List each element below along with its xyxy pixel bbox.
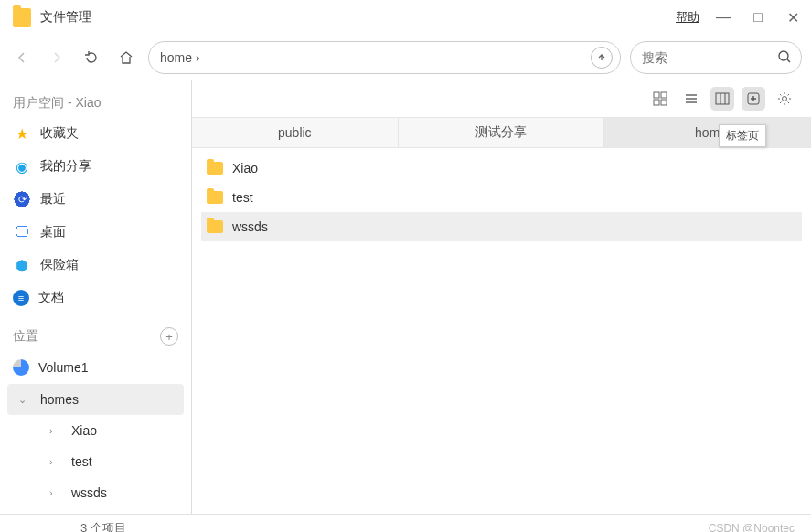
file-row[interactable]: wssds [201,212,802,241]
sidebar-item-documents[interactable]: 文档 [0,282,191,314]
sidebar-item-desktop[interactable]: 🖵桌面 [0,216,191,249]
app-icon [13,8,31,27]
view-list-button[interactable] [679,87,703,111]
file-name: test [232,190,253,205]
maximize-button[interactable]: □ [747,6,769,28]
new-tab-button[interactable] [742,87,765,111]
search-box[interactable] [630,41,802,74]
sidebar-item-favorites[interactable]: ★收藏夹 [0,117,191,150]
tree-test[interactable]: ›test [0,446,191,477]
tree-wssds[interactable]: ›wssds [0,477,191,508]
item-count: 3 个项目 [80,520,126,533]
sidebar: 用户空间 - Xiao ★收藏夹 ◉我的分享 最近 🖵桌面 ⬢保险箱 文档 位置… [0,80,192,514]
svg-rect-2 [661,92,667,98]
chevron-down-icon: ⌄ [18,394,31,406]
sidebar-label: 收藏夹 [40,125,79,142]
sidebar-label: 我的分享 [40,158,91,175]
path-breadcrumb[interactable]: home › [148,41,621,74]
sidebar-label: 文档 [38,290,64,306]
forward-button[interactable] [44,45,69,70]
file-row[interactable]: test [201,183,802,212]
search-input[interactable] [642,50,790,65]
refresh-button[interactable] [79,45,104,70]
tree-label: test [71,454,92,469]
close-button[interactable]: ✕ [782,6,804,28]
tooltip: 标签页 [719,124,766,147]
sidebar-item-share[interactable]: ◉我的分享 [0,150,191,183]
app-title: 文件管理 [40,9,91,26]
back-button[interactable] [9,45,35,70]
sidebar-item-volume[interactable]: Volume1 [0,351,191,384]
star-icon: ★ [13,124,31,143]
file-name: Xiao [232,161,258,176]
tree-homes[interactable]: ⌄homes [7,384,184,415]
content-area: public 测试分享 hom 标签页 Xiao test wssds [192,80,811,514]
file-name: wssds [232,219,268,234]
svg-rect-5 [716,93,729,104]
help-link[interactable]: 帮助 [676,9,699,26]
home-button[interactable] [113,45,139,70]
desktop-icon: 🖵 [13,223,31,241]
folder-icon [207,220,223,233]
folder-icon [207,162,223,175]
tree-xiao[interactable]: ›Xiao [0,415,191,446]
tree-label: homes [40,392,79,407]
tab-public[interactable]: public [192,118,399,148]
minimize-button[interactable]: ― [712,6,734,28]
folder-icon [207,191,223,204]
svg-point-0 [779,51,788,60]
status-bar: 3 个项目 CSDN @Noontec [0,514,811,532]
chevron-right-icon: › [49,456,62,467]
sidebar-item-safe[interactable]: ⬢保险箱 [0,249,191,282]
path-text: home › [160,50,200,65]
svg-rect-1 [654,92,659,98]
chevron-right-icon: › [49,487,62,498]
sidebar-item-recent[interactable]: 最近 [0,183,191,216]
safe-icon: ⬢ [13,256,31,274]
user-space-header: 用户空间 - Xiao [0,90,191,117]
tree-label: wssds [71,485,107,500]
settings-button[interactable] [773,87,796,111]
share-icon: ◉ [13,157,31,176]
view-grid-button[interactable] [648,87,672,111]
path-up-button[interactable] [591,47,613,69]
tree-label: Xiao [71,423,97,438]
view-columns-button[interactable] [710,87,734,111]
location-header: 位置+ [0,322,191,351]
svg-rect-4 [661,100,667,105]
document-icon [13,290,29,306]
svg-point-7 [783,97,787,101]
file-list: Xiao test wssds [192,148,811,247]
recent-icon [13,190,31,208]
sidebar-label: Volume1 [38,360,88,375]
sidebar-label: 桌面 [40,224,66,240]
watermark: CSDN @Noontec [709,522,795,533]
volume-icon [13,359,29,376]
sidebar-label: 最近 [40,191,66,207]
location-label: 位置 [13,328,38,345]
chevron-right-icon: › [49,425,62,436]
tab-test-share[interactable]: 测试分享 [399,118,605,148]
search-icon [777,49,792,67]
tab-home[interactable]: hom [604,118,811,148]
add-location-button[interactable]: + [160,327,178,346]
sidebar-label: 保险箱 [40,257,79,273]
svg-rect-3 [654,100,659,105]
file-row[interactable]: Xiao [201,154,802,183]
